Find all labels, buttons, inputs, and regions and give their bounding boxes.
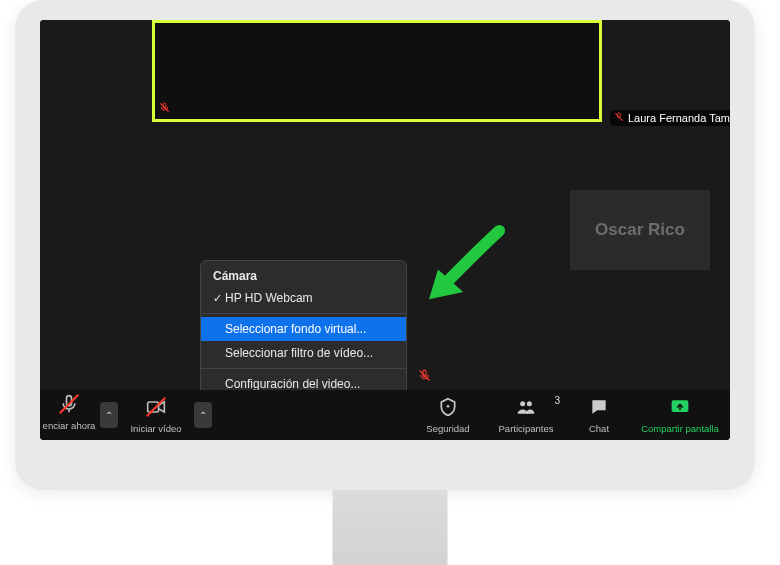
chevron-up-icon: ⌃ bbox=[105, 410, 113, 421]
svg-point-6 bbox=[527, 401, 532, 406]
menu-divider bbox=[201, 313, 406, 314]
video-area: Laura Fernanda Tamayo Oscar Rico Cámara … bbox=[40, 20, 730, 390]
mic-muted-icon bbox=[614, 112, 624, 124]
chat-label: Chat bbox=[589, 423, 609, 434]
security-label: Seguridad bbox=[426, 423, 469, 434]
audio-options-chevron[interactable]: ⌃ bbox=[100, 402, 118, 428]
start-video-button[interactable]: Iniciar vídeo bbox=[120, 390, 192, 440]
participant-tile-name: Oscar Rico bbox=[595, 220, 685, 240]
participant-name-label: Laura Fernanda Tamayo bbox=[610, 110, 730, 126]
svg-point-5 bbox=[520, 401, 525, 406]
chevron-up-icon: ⌃ bbox=[199, 410, 207, 421]
participant-tile[interactable]: Oscar Rico bbox=[570, 190, 710, 270]
svg-line-1 bbox=[615, 113, 623, 121]
annotation-arrow bbox=[420, 220, 510, 310]
share-screen-icon bbox=[669, 397, 691, 420]
meeting-toolbar: enciar ahora ⌃ Iniciar vídeo ⌃ Se bbox=[40, 390, 730, 440]
mic-muted-icon bbox=[418, 369, 431, 385]
video-camera-icon bbox=[145, 397, 167, 420]
security-button[interactable]: Seguridad bbox=[412, 390, 484, 440]
svg-point-4 bbox=[447, 404, 450, 407]
participants-icon bbox=[514, 397, 538, 420]
menu-divider bbox=[201, 368, 406, 369]
share-screen-label: Compartir pantalla bbox=[641, 423, 719, 434]
monitor-frame: Laura Fernanda Tamayo Oscar Rico Cámara … bbox=[15, 0, 755, 490]
menu-item-camera-hp[interactable]: HP HD Webcam bbox=[201, 286, 406, 310]
video-options-menu: Cámara HP HD Webcam Seleccionar fondo vi… bbox=[200, 260, 407, 397]
menu-section-camera: Cámara bbox=[201, 261, 406, 286]
active-speaker-frame bbox=[152, 20, 602, 122]
mute-button-label: enciar ahora bbox=[43, 420, 96, 431]
share-screen-button[interactable]: Compartir pantalla bbox=[630, 390, 730, 440]
video-options-chevron[interactable]: ⌃ bbox=[194, 402, 212, 428]
participant-name-text: Laura Fernanda Tamayo bbox=[628, 112, 730, 124]
chat-bubble-icon bbox=[589, 397, 609, 420]
start-video-label: Iniciar vídeo bbox=[130, 423, 181, 434]
menu-item-video-filter[interactable]: Seleccionar filtro de vídeo... bbox=[201, 341, 406, 365]
menu-item-virtual-background[interactable]: Seleccionar fondo virtual... bbox=[201, 317, 406, 341]
screen: Laura Fernanda Tamayo Oscar Rico Cámara … bbox=[40, 20, 730, 440]
microphone-icon bbox=[59, 394, 79, 417]
participants-button[interactable]: 3 Participantes bbox=[484, 390, 568, 440]
shield-icon bbox=[438, 397, 458, 420]
mic-muted-icon bbox=[159, 102, 170, 116]
monitor-stand bbox=[333, 490, 448, 565]
mute-button[interactable]: enciar ahora bbox=[40, 387, 98, 440]
participants-label: Participantes bbox=[499, 423, 554, 434]
participants-count: 3 bbox=[554, 395, 560, 406]
chat-button[interactable]: Chat bbox=[568, 390, 630, 440]
